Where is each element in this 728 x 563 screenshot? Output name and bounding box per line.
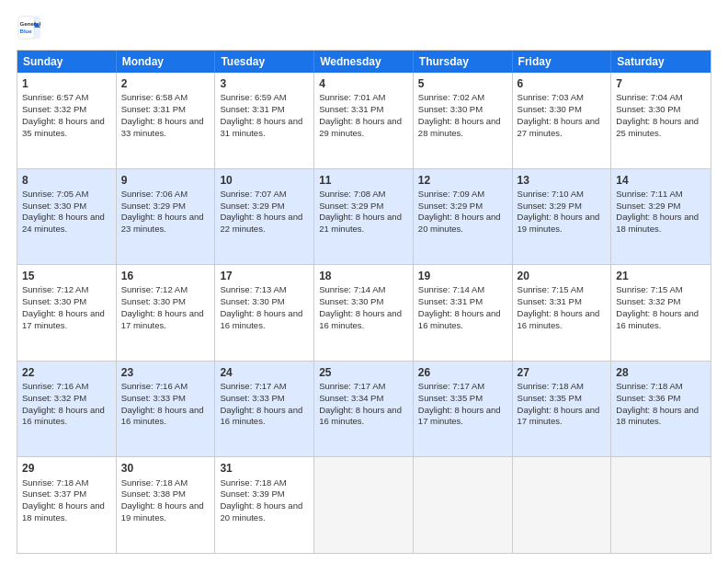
sunset-time: Sunset: 3:32 PM	[22, 393, 86, 403]
daylight-hours: Daylight: 8 hours and 31 minutes.	[220, 116, 302, 138]
day-number: 17	[220, 269, 309, 283]
sunset-time: Sunset: 3:32 PM	[22, 104, 86, 114]
daylight-hours: Daylight: 8 hours and 16 minutes.	[518, 308, 600, 330]
sunset-time: Sunset: 3:38 PM	[121, 488, 186, 499]
day-header-monday: Monday	[117, 51, 216, 73]
day-header-thursday: Thursday	[414, 51, 513, 73]
daylight-hours: Daylight: 8 hours and 19 minutes.	[518, 212, 600, 234]
day-cell-28: 28Sunrise: 7:18 AMSunset: 3:36 PMDayligh…	[611, 362, 711, 457]
daylight-hours: Daylight: 8 hours and 21 minutes.	[319, 212, 402, 234]
week-row-2: 8Sunrise: 7:05 AMSunset: 3:30 PMDaylight…	[17, 168, 711, 265]
logo: General Blue	[17, 15, 42, 40]
sunset-time: Sunset: 3:30 PM	[616, 104, 680, 114]
sunrise-time: Sunrise: 7:18 AM	[121, 477, 188, 488]
empty-cell	[513, 457, 612, 553]
daylight-hours: Daylight: 8 hours and 16 minutes.	[319, 405, 402, 427]
day-cell-30: 30Sunrise: 7:18 AMSunset: 3:38 PMDayligh…	[117, 457, 216, 553]
daylight-hours: Daylight: 8 hours and 16 minutes.	[220, 405, 302, 427]
svg-text:General: General	[20, 20, 41, 27]
day-header-wednesday: Wednesday	[314, 51, 414, 73]
sunset-time: Sunset: 3:31 PM	[418, 296, 483, 306]
daylight-hours: Daylight: 8 hours and 16 minutes.	[121, 405, 204, 427]
header: General Blue	[17, 15, 711, 40]
daylight-hours: Daylight: 8 hours and 16 minutes.	[418, 308, 501, 330]
day-cell-29: 29Sunrise: 7:18 AMSunset: 3:37 PMDayligh…	[17, 457, 117, 553]
sunrise-time: Sunrise: 7:17 AM	[319, 381, 385, 391]
daylight-hours: Daylight: 8 hours and 23 minutes.	[121, 212, 204, 234]
daylight-hours: Daylight: 8 hours and 18 minutes.	[616, 405, 699, 427]
sunset-time: Sunset: 3:31 PM	[319, 104, 383, 114]
svg-text:Blue: Blue	[20, 28, 33, 34]
day-number: 9	[121, 173, 210, 188]
sunset-time: Sunset: 3:36 PM	[616, 393, 680, 403]
sunrise-time: Sunrise: 7:04 AM	[616, 92, 682, 102]
day-cell-1: 1Sunrise: 6:57 AMSunset: 3:32 PMDaylight…	[17, 73, 117, 168]
day-cell-9: 9Sunrise: 7:06 AMSunset: 3:29 PMDaylight…	[117, 169, 216, 265]
day-cell-27: 27Sunrise: 7:18 AMSunset: 3:35 PMDayligh…	[513, 362, 612, 457]
daylight-hours: Daylight: 8 hours and 29 minutes.	[319, 116, 402, 138]
sunrise-time: Sunrise: 7:05 AM	[22, 189, 88, 199]
daylight-hours: Daylight: 8 hours and 17 minutes.	[121, 308, 204, 330]
daylight-hours: Daylight: 8 hours and 33 minutes.	[121, 116, 204, 138]
sunrise-time: Sunrise: 7:12 AM	[22, 284, 88, 294]
day-cell-24: 24Sunrise: 7:17 AMSunset: 3:33 PMDayligh…	[215, 362, 314, 457]
day-cell-14: 14Sunrise: 7:11 AMSunset: 3:29 PMDayligh…	[611, 169, 711, 265]
sunrise-time: Sunrise: 6:59 AM	[220, 92, 286, 102]
sunset-time: Sunset: 3:29 PM	[418, 201, 483, 211]
day-number: 10	[220, 173, 309, 188]
day-cell-12: 12Sunrise: 7:09 AMSunset: 3:29 PMDayligh…	[414, 169, 513, 265]
day-number: 30	[121, 461, 210, 476]
day-cell-4: 4Sunrise: 7:01 AMSunset: 3:31 PMDaylight…	[314, 73, 414, 168]
sunrise-time: Sunrise: 7:14 AM	[319, 284, 385, 294]
day-number: 8	[22, 173, 111, 188]
day-number: 7	[616, 76, 706, 91]
day-cell-16: 16Sunrise: 7:12 AMSunset: 3:30 PMDayligh…	[117, 265, 216, 361]
week-row-4: 22Sunrise: 7:16 AMSunset: 3:32 PMDayligh…	[17, 361, 711, 457]
daylight-hours: Daylight: 8 hours and 16 minutes.	[220, 308, 302, 330]
day-number: 22	[22, 365, 111, 380]
sunset-time: Sunset: 3:30 PM	[518, 104, 582, 114]
day-number: 15	[22, 269, 111, 283]
sunrise-time: Sunrise: 7:03 AM	[518, 92, 584, 102]
day-cell-20: 20Sunrise: 7:15 AMSunset: 3:31 PMDayligh…	[513, 265, 612, 361]
daylight-hours: Daylight: 8 hours and 18 minutes.	[22, 500, 105, 523]
day-cell-15: 15Sunrise: 7:12 AMSunset: 3:30 PMDayligh…	[17, 265, 117, 361]
logo-icon: General Blue	[17, 15, 42, 40]
day-number: 4	[319, 76, 408, 91]
day-cell-6: 6Sunrise: 7:03 AMSunset: 3:30 PMDaylight…	[513, 73, 612, 168]
sunset-time: Sunset: 3:29 PM	[518, 201, 582, 211]
day-number: 12	[418, 173, 507, 188]
daylight-hours: Daylight: 8 hours and 35 minutes.	[22, 116, 105, 138]
sunset-time: Sunset: 3:29 PM	[121, 201, 186, 211]
sunrise-time: Sunrise: 7:18 AM	[616, 381, 682, 391]
week-row-5: 29Sunrise: 7:18 AMSunset: 3:37 PMDayligh…	[17, 456, 711, 553]
sunset-time: Sunset: 3:30 PM	[22, 296, 86, 306]
day-cell-13: 13Sunrise: 7:10 AMSunset: 3:29 PMDayligh…	[513, 169, 612, 265]
daylight-hours: Daylight: 8 hours and 19 minutes.	[121, 500, 204, 523]
sunset-time: Sunset: 3:30 PM	[319, 296, 383, 306]
sunrise-time: Sunrise: 7:02 AM	[418, 92, 484, 102]
day-number: 20	[518, 269, 607, 283]
daylight-hours: Daylight: 8 hours and 17 minutes.	[418, 405, 501, 427]
sunrise-time: Sunrise: 7:17 AM	[418, 381, 484, 391]
daylight-hours: Daylight: 8 hours and 17 minutes.	[518, 405, 600, 427]
sunrise-time: Sunrise: 7:10 AM	[518, 189, 584, 199]
day-number: 16	[121, 269, 210, 283]
sunset-time: Sunset: 3:29 PM	[220, 201, 284, 211]
day-number: 21	[616, 269, 706, 283]
sunrise-time: Sunrise: 6:58 AM	[121, 92, 188, 102]
sunrise-time: Sunrise: 7:06 AM	[121, 189, 188, 199]
sunrise-time: Sunrise: 7:17 AM	[220, 381, 286, 391]
empty-cell	[314, 457, 414, 553]
sunrise-time: Sunrise: 7:16 AM	[22, 381, 88, 391]
day-cell-5: 5Sunrise: 7:02 AMSunset: 3:30 PMDaylight…	[414, 73, 513, 168]
sunrise-time: Sunrise: 6:57 AM	[22, 92, 88, 102]
daylight-hours: Daylight: 8 hours and 27 minutes.	[518, 116, 600, 138]
sunrise-time: Sunrise: 7:09 AM	[418, 189, 484, 199]
sunrise-time: Sunrise: 7:13 AM	[220, 284, 286, 294]
daylight-hours: Daylight: 8 hours and 20 minutes.	[220, 500, 302, 523]
sunrise-time: Sunrise: 7:08 AM	[319, 189, 385, 199]
day-cell-21: 21Sunrise: 7:15 AMSunset: 3:32 PMDayligh…	[611, 265, 711, 361]
sunrise-time: Sunrise: 7:18 AM	[220, 477, 286, 488]
sunrise-time: Sunrise: 7:14 AM	[418, 284, 484, 294]
